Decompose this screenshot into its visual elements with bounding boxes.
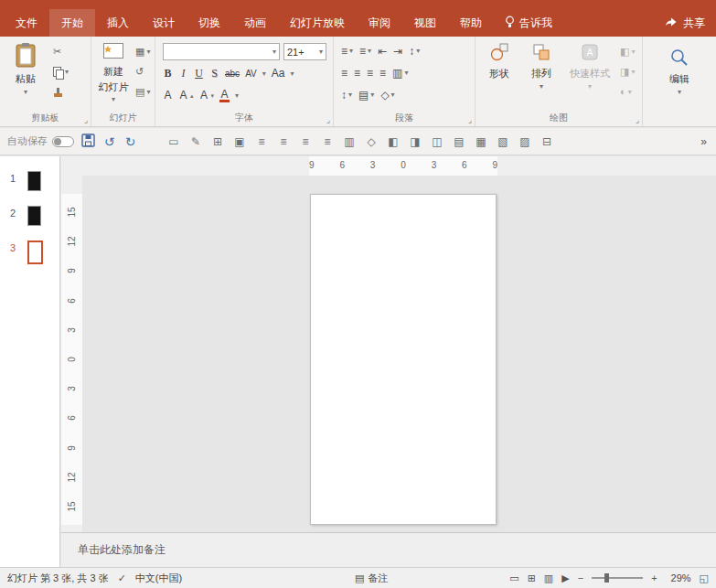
redo-button[interactable]: ↻: [123, 135, 137, 148]
character-spacing-button[interactable]: AV: [245, 67, 257, 80]
justify-icon[interactable]: ≡: [320, 136, 335, 147]
shrink-font-button[interactable]: A▾: [199, 90, 215, 102]
new-slide-label-line2: 幻灯片: [99, 81, 129, 94]
more-commands-button[interactable]: »: [700, 135, 709, 148]
text-shadow-button[interactable]: S: [209, 67, 219, 80]
tab-home[interactable]: 开始: [49, 9, 95, 37]
new-slide-button[interactable]: 新建 幻灯片 ▾: [92, 42, 134, 103]
copy-button[interactable]: ▾: [53, 66, 69, 78]
present-from-start-icon[interactable]: ▭: [166, 136, 181, 147]
normal-view-button[interactable]: ▭: [509, 573, 518, 583]
header-footer-icon[interactable]: ▤: [452, 136, 466, 147]
drawing-dialog-launcher[interactable]: ⌟: [636, 116, 639, 124]
align-center-button[interactable]: ≡: [354, 68, 360, 79]
reset-slide-button[interactable]: ↺: [135, 66, 150, 78]
smartart-icon[interactable]: ▦: [474, 136, 488, 147]
reading-view-button[interactable]: ▥: [544, 573, 553, 583]
justify-button[interactable]: ≡: [379, 68, 386, 79]
grow-font-button[interactable]: A▴: [178, 90, 194, 102]
align-left-button[interactable]: ≡: [341, 68, 347, 79]
align-right-button[interactable]: ≡: [367, 68, 373, 79]
shape-outline-button[interactable]: ◨▾: [620, 66, 635, 78]
share-button[interactable]: 共享: [683, 16, 705, 31]
numbering-button[interactable]: ≡▾: [359, 45, 371, 57]
columns-icon[interactable]: ▥: [342, 136, 357, 147]
tab-design[interactable]: 设计: [141, 9, 187, 37]
convert-smartart-button[interactable]: ◇▾: [380, 89, 394, 101]
quick-styles-button[interactable]: A 快速样式 ▾: [563, 42, 616, 91]
tab-review[interactable]: 审阅: [357, 9, 402, 37]
zoom-out-button[interactable]: −: [578, 573, 583, 583]
zoom-slider[interactable]: [592, 577, 643, 579]
slide-sorter-view-button[interactable]: ⊞: [528, 573, 536, 583]
font-size-combobox[interactable]: 21+ ▾: [283, 43, 326, 60]
tab-file[interactable]: 文件: [4, 9, 49, 37]
zoom-slider-thumb[interactable]: [604, 573, 609, 583]
tab-slideshow[interactable]: 幻灯片放映: [278, 9, 357, 37]
strikethrough-button[interactable]: abc: [225, 67, 240, 80]
bullets-button[interactable]: ≡▾: [341, 45, 353, 57]
cut-button[interactable]: ✂: [53, 46, 69, 58]
italic-button[interactable]: I: [178, 67, 188, 80]
text-box-icon[interactable]: ◫: [430, 136, 444, 147]
slideshow-view-button[interactable]: ▶: [561, 573, 569, 583]
paragraph-dialog-launcher[interactable]: ⌟: [468, 116, 472, 124]
tab-insert[interactable]: 插入: [95, 9, 141, 37]
slide-layout-button[interactable]: ▦▾: [135, 46, 150, 58]
video-icon[interactable]: ▨: [518, 136, 532, 147]
language-indicator[interactable]: 中文(中国): [135, 572, 182, 585]
notes-pane[interactable]: 单击此处添加备注: [61, 532, 716, 567]
notes-toggle-button[interactable]: ▤ 备注: [355, 568, 388, 588]
arrange-button[interactable]: 排列 ▾: [521, 42, 561, 91]
tab-animations[interactable]: 动画: [232, 9, 278, 37]
change-case-button[interactable]: Aa: [272, 67, 285, 80]
zoom-in-button[interactable]: +: [651, 573, 657, 583]
editing-button[interactable]: 编辑 ▾: [661, 48, 698, 96]
shapes-button[interactable]: 形状: [479, 42, 519, 80]
align-text-button[interactable]: ▤▾: [358, 89, 374, 101]
clipboard-dialog-launcher[interactable]: ⌟: [84, 116, 88, 124]
increase-indent-button[interactable]: ⇥: [393, 46, 402, 57]
save-button[interactable]: [81, 134, 95, 149]
tab-transitions[interactable]: 切换: [187, 9, 232, 37]
zoom-percentage[interactable]: 29%: [666, 572, 691, 583]
paste-button[interactable]: 粘贴 ▾: [7, 42, 44, 96]
shape-effects-button[interactable]: ◐▾: [620, 86, 635, 98]
fit-to-window-button[interactable]: ◱: [700, 573, 709, 583]
font-color-button[interactable]: A: [219, 89, 230, 102]
shape-fill-icon[interactable]: ◧: [386, 136, 401, 147]
align-left-icon[interactable]: ≡: [254, 136, 269, 147]
tab-view[interactable]: 视图: [402, 9, 448, 37]
insert-table-icon[interactable]: ⊞: [210, 136, 225, 147]
bold-button[interactable]: B: [163, 67, 173, 80]
draw-icon[interactable]: ✎: [188, 136, 203, 147]
insert-picture-icon[interactable]: ▣: [232, 136, 247, 147]
slide-thumbnail-1[interactable]: 1: [10, 171, 59, 191]
line-spacing-button[interactable]: ↕▾: [409, 45, 420, 57]
shape-fill-button[interactable]: ◧▾: [620, 46, 635, 58]
format-painter-button[interactable]: [53, 86, 69, 98]
audio-icon[interactable]: ⊟: [540, 136, 554, 147]
font-dialog-launcher[interactable]: ⌟: [326, 116, 330, 124]
shape-outline-icon[interactable]: ◨: [408, 136, 422, 147]
undo-button[interactable]: ↺: [102, 135, 116, 148]
underline-button[interactable]: U: [194, 67, 204, 80]
align-center-icon[interactable]: ≡: [276, 136, 291, 147]
decrease-indent-button[interactable]: ⇤: [378, 46, 387, 57]
chart-icon[interactable]: ▧: [496, 136, 510, 147]
text-direction-button[interactable]: ↕▾: [341, 89, 352, 101]
font-name-combobox[interactable]: ▾: [163, 43, 280, 60]
slide-thumbnail-2[interactable]: 2: [10, 206, 59, 226]
align-right-icon[interactable]: ≡: [298, 136, 313, 147]
autosave-toggle[interactable]: [52, 136, 74, 147]
slide-thumbnail-3-selected[interactable]: 3: [10, 241, 59, 264]
proofing-icon[interactable]: ✓: [118, 573, 126, 583]
columns-button[interactable]: ▥▾: [392, 67, 408, 79]
section-button[interactable]: ▤▾: [135, 86, 150, 98]
insert-shape-icon[interactable]: ◇: [364, 136, 379, 147]
slide-canvas[interactable]: [310, 194, 497, 525]
notes-placeholder: 单击此处添加备注: [78, 542, 166, 558]
tab-help[interactable]: 帮助: [448, 9, 494, 37]
tell-me-button[interactable]: 告诉我: [494, 9, 563, 37]
clear-formatting-button[interactable]: A: [163, 89, 173, 102]
